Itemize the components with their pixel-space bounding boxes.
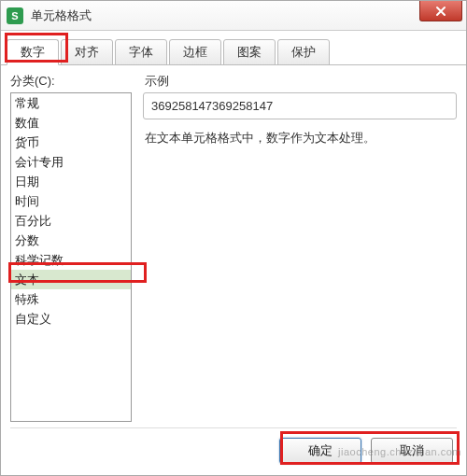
dialog-body: 分类(C): 常规 数值 货币 会计专用 日期 时间 百分比 分数 科学记数 文… [1,65,466,475]
cancel-button-label: 取消 [400,443,424,457]
example-value: 369258147369258147 [143,92,457,119]
category-item-label: 科学记数 [15,253,64,267]
tab-number[interactable]: 数字 [7,39,59,65]
dialog-window: S 单元格格式 数字 对齐 字体 边框 图案 保护 分类(C): 常规 数值 货… [0,0,467,476]
close-icon [435,6,446,17]
category-item-special[interactable]: 特殊 [11,289,131,309]
ok-button-label: 确定 [308,443,333,457]
example-label: 示例 [143,73,457,90]
category-list[interactable]: 常规 数值 货币 会计专用 日期 时间 百分比 分数 科学记数 文本 特殊 自定… [10,92,132,422]
category-item-accounting[interactable]: 会计专用 [11,152,131,172]
category-item-label: 分数 [15,233,39,247]
tab-pattern[interactable]: 图案 [223,39,276,65]
right-column: 示例 369258147369258147 在文本单元格格式中，数字作为文本处理… [143,73,457,422]
tab-label: 数字 [21,45,45,59]
category-item-text[interactable]: 文本 [11,270,131,289]
category-item-scientific[interactable]: 科学记数 [11,250,131,270]
category-item-number[interactable]: 数值 [11,113,131,133]
tabs: 数字 对齐 字体 边框 图案 保护 [1,31,466,65]
category-item-currency[interactable]: 货币 [11,133,131,152]
window-title: 单元格格式 [31,7,92,24]
category-item-label: 日期 [15,175,39,189]
cancel-button[interactable]: 取消 [371,438,453,464]
category-item-custom[interactable]: 自定义 [11,309,131,329]
tab-font[interactable]: 字体 [115,39,167,65]
button-row: 确定 取消 [10,427,457,469]
category-item-label: 时间 [15,194,39,208]
tab-protection[interactable]: 保护 [277,39,330,65]
description-text: 在文本单元格格式中，数字作为文本处理。 [143,129,457,148]
app-icon-letter: S [11,10,18,21]
category-item-label: 数值 [15,116,39,130]
close-button[interactable] [419,1,462,21]
category-item-general[interactable]: 常规 [11,93,131,113]
ok-button[interactable]: 确定 [279,438,361,464]
app-icon: S [7,7,23,24]
category-item-percentage[interactable]: 百分比 [11,211,131,231]
tab-alignment[interactable]: 对齐 [61,39,113,65]
body-top: 分类(C): 常规 数值 货币 会计专用 日期 时间 百分比 分数 科学记数 文… [10,73,457,422]
category-item-label: 货币 [15,135,39,149]
category-item-label: 自定义 [15,312,51,326]
tab-label: 边框 [183,45,207,59]
category-item-label: 文本 [15,273,39,287]
category-item-date[interactable]: 日期 [11,172,131,191]
category-item-fraction[interactable]: 分数 [11,231,131,250]
category-item-label: 常规 [15,96,39,110]
category-item-time[interactable]: 时间 [11,191,131,211]
category-item-label: 会计专用 [15,155,64,169]
tab-label: 保护 [291,45,316,59]
tab-border[interactable]: 边框 [169,39,221,65]
tab-label: 图案 [237,45,262,59]
tab-label: 字体 [129,45,153,59]
category-label: 分类(C): [10,73,132,90]
titlebar: S 单元格格式 [1,1,466,31]
category-item-label: 百分比 [15,214,51,228]
tab-label: 对齐 [75,45,99,59]
category-column: 分类(C): 常规 数值 货币 会计专用 日期 时间 百分比 分数 科学记数 文… [10,73,132,422]
category-item-label: 特殊 [15,292,39,306]
